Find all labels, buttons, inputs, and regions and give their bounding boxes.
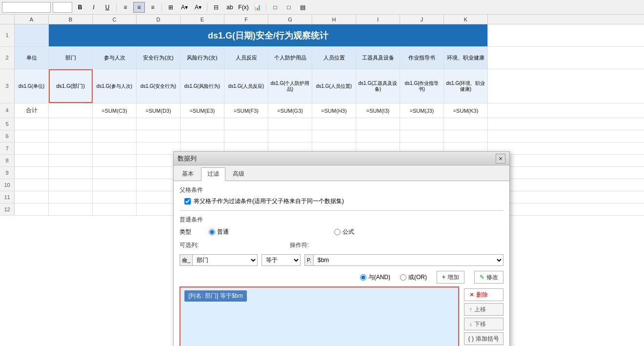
cell-B4[interactable] — [49, 103, 93, 118]
cell-H5[interactable] — [312, 118, 356, 130]
cell-A9[interactable] — [15, 167, 49, 179]
bold-button[interactable]: B — [74, 2, 86, 13]
cell-A11[interactable] — [15, 191, 49, 203]
cell-E4[interactable]: =SUM(E3) — [181, 103, 224, 118]
col-header-J[interactable]: J — [400, 15, 444, 24]
border-button[interactable]: ⊞ — [165, 2, 177, 13]
font-color-button[interactable]: A▾ — [192, 2, 204, 13]
tab-filter[interactable]: 过滤 — [201, 167, 225, 181]
cell-D3[interactable]: ds1.G(安全行为) — [137, 69, 181, 103]
merge-button[interactable]: ⊟ — [210, 2, 222, 13]
cell-G4[interactable]: =SUM(G3) — [268, 103, 312, 118]
col-select[interactable]: 部门 — [193, 255, 257, 265]
cell-A7[interactable] — [15, 142, 49, 154]
cell-K3[interactable]: ds1.G(环境、职业健康) — [444, 69, 488, 103]
align-center-button[interactable]: ≡ — [133, 2, 145, 13]
col-header-E[interactable]: E — [181, 15, 224, 24]
and-logic-label[interactable]: 与(AND) — [360, 273, 390, 282]
cell-C2[interactable]: 参与人次 — [93, 47, 137, 69]
cell-K6[interactable] — [444, 130, 488, 142]
type-normal-label[interactable]: 普通 — [209, 228, 229, 236]
cell-I2[interactable]: 工器具及设备 — [356, 47, 400, 69]
col-header-G[interactable]: G — [268, 15, 312, 24]
cell-D6[interactable] — [137, 130, 181, 142]
cell-E3[interactable]: ds1.G(风险行为) — [181, 69, 224, 103]
cell-F4[interactable]: =SUM(F3) — [224, 103, 268, 118]
misc-btn3[interactable]: ▤ — [297, 2, 308, 13]
underline-button[interactable]: U — [101, 2, 113, 13]
cell-C8[interactable] — [93, 155, 137, 166]
cell-I3[interactable]: ds1.G(工器具及设备) — [356, 69, 400, 103]
condition-list-box[interactable]: [列名: 部门] 等于$bm — [180, 286, 459, 346]
cell-C3[interactable]: ds1.G(参与人次) — [93, 69, 137, 103]
cell-D2[interactable]: 安全行为(次) — [137, 47, 181, 69]
col-header-A[interactable]: A — [15, 15, 49, 24]
cell-J3[interactable]: ds1.G(作业指导书) — [400, 69, 444, 103]
cell-B2[interactable]: 部门 — [49, 47, 93, 69]
or-radio[interactable] — [400, 274, 406, 281]
cell-I5[interactable] — [356, 118, 400, 130]
cell-K2[interactable]: 环境、职业健康 — [444, 47, 488, 69]
cell-B11[interactable] — [49, 191, 93, 203]
chart-button[interactable]: 📊 — [251, 2, 263, 13]
and-radio[interactable] — [360, 274, 366, 281]
tab-advanced[interactable]: 高级 — [226, 167, 251, 181]
cell-K5[interactable] — [444, 118, 488, 130]
col-header-K[interactable]: K — [444, 15, 488, 24]
cell-B12[interactable] — [49, 204, 93, 215]
cell-C12[interactable] — [93, 204, 137, 215]
move-down-button[interactable]: ↓ 下移 — [464, 318, 503, 330]
cell-A2[interactable]: 单位 — [15, 47, 49, 69]
cell-H6[interactable] — [312, 130, 356, 142]
operator-select[interactable]: 等于 — [262, 254, 301, 266]
add-paren-button[interactable]: ( ) 添加括号 — [464, 332, 503, 345]
type-formula-radio[interactable] — [334, 229, 341, 235]
italic-button[interactable]: I — [88, 2, 100, 13]
cell-I4[interactable]: =SUM(I3) — [356, 103, 400, 118]
cell-I6[interactable] — [356, 130, 400, 142]
misc-btn2[interactable]: □ — [283, 2, 295, 13]
cell-J2[interactable]: 作业指导书 — [400, 47, 444, 69]
cell-C6[interactable] — [93, 130, 137, 142]
cell-D5[interactable] — [137, 118, 181, 130]
col-header-B[interactable]: B — [49, 15, 93, 24]
cell-A12[interactable] — [15, 204, 49, 215]
cell-A1[interactable] — [15, 24, 49, 46]
cell-A6[interactable] — [15, 130, 49, 142]
cell-H3[interactable]: ds1.G(人员位置) — [312, 69, 356, 103]
cell-A4[interactable]: 合计 — [15, 103, 49, 118]
fill-color-button[interactable]: A▾ — [179, 2, 190, 13]
cell-H2[interactable]: 人员位置 — [312, 47, 356, 69]
modify-condition-button[interactable]: ✎ 修改 — [474, 271, 503, 284]
cell-C5[interactable] — [93, 118, 137, 130]
condition-item[interactable]: [列名: 部门] 等于$bm — [184, 290, 247, 302]
cell-B5[interactable] — [49, 118, 93, 130]
cell-G6[interactable] — [268, 130, 312, 142]
cell-E5[interactable] — [181, 118, 224, 130]
cell-C7[interactable] — [93, 142, 137, 154]
cell-title-merged[interactable]: ds1.G(日期)安全/行为观察统计 — [49, 24, 488, 46]
align-right-button[interactable]: ≡ — [147, 2, 159, 13]
cell-B7[interactable] — [49, 142, 93, 154]
cell-J5[interactable] — [400, 118, 444, 130]
font-size-input[interactable]: 11.0 — [53, 2, 72, 13]
delete-condition-button[interactable]: ✕ 删除 — [464, 288, 503, 301]
cell-A10[interactable] — [15, 179, 49, 191]
cell-E6[interactable] — [181, 130, 224, 142]
cell-H4[interactable]: =SUM(H3) — [312, 103, 356, 118]
type-normal-radio[interactable] — [209, 229, 215, 235]
align-left-button[interactable]: ≡ — [120, 2, 131, 13]
col-header-F[interactable]: F — [224, 15, 268, 24]
font-name-input[interactable]: 微软雅黑 — [2, 2, 51, 13]
dialog-close-button[interactable]: × — [496, 154, 505, 163]
misc-btn1[interactable]: □ — [269, 2, 281, 13]
or-logic-label[interactable]: 或(OR) — [400, 273, 427, 282]
fx-button[interactable]: F(x) — [238, 2, 249, 13]
col-header-H[interactable]: H — [312, 15, 356, 24]
cell-G3[interactable]: ds1.G(个人防护用品) — [268, 69, 312, 103]
cell-C10[interactable] — [93, 179, 137, 191]
cell-J4[interactable]: =SUM(J3) — [400, 103, 444, 118]
val-select[interactable]: $bm — [314, 255, 503, 265]
cell-C11[interactable] — [93, 191, 137, 203]
cell-G2[interactable]: 个人防护用品 — [268, 47, 312, 69]
